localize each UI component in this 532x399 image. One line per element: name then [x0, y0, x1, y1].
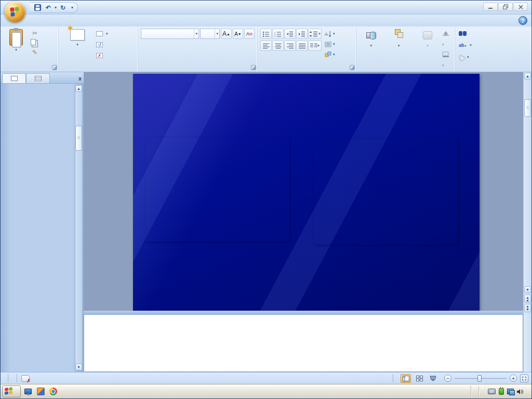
zoom-slider-thumb[interactable]	[477, 375, 482, 382]
replace-button[interactable]: ab₊▾	[458, 41, 473, 50]
align-center-icon[interactable]	[272, 41, 284, 51]
quick-launch	[23, 387, 62, 397]
arrange-button[interactable]: ▾	[384, 29, 413, 49]
find-icon	[459, 30, 467, 37]
save-icon[interactable]	[33, 3, 42, 12]
panel-close-icon[interactable]: x	[78, 75, 82, 82]
select-button[interactable]: ▾	[458, 52, 470, 62]
text-direction-icon[interactable]: A▾	[324, 29, 336, 38]
quick-styles-button[interactable]: ▾	[415, 29, 441, 49]
shapes-button[interactable]: ▾	[359, 29, 383, 49]
slides-panel: x ▲ ▼	[1, 72, 84, 372]
display-tray-icon[interactable]	[488, 389, 496, 394]
office-button[interactable]	[5, 2, 25, 22]
next-slide-icon[interactable]: ▼▼	[524, 304, 531, 312]
spellcheck-icon[interactable]	[21, 375, 30, 382]
slide-canvas[interactable]	[133, 74, 480, 311]
layout-button[interactable]: ▾	[95, 29, 109, 38]
previous-slide-icon[interactable]: ▲▲	[524, 295, 531, 303]
svg-text:A: A	[325, 32, 328, 37]
columns-icon[interactable]: ▾	[308, 41, 322, 51]
notes-splitter[interactable]	[84, 311, 523, 314]
zoom-in-icon[interactable]: +	[510, 375, 517, 382]
paste-button[interactable]: ▾	[3, 29, 29, 53]
bullets-icon[interactable]	[260, 29, 272, 39]
format-painter-icon[interactable]: ✎	[31, 48, 39, 57]
shrink-font-icon[interactable]: A▼	[233, 29, 243, 39]
replace-icon: ab₊	[459, 43, 467, 48]
find-button[interactable]	[458, 29, 469, 38]
align-right-icon[interactable]	[284, 41, 296, 51]
font-launcher-icon[interactable]	[251, 65, 256, 70]
undo-icon[interactable]: ↶	[44, 3, 53, 12]
restore-icon[interactable]	[498, 3, 513, 11]
power-tray-icon[interactable]	[499, 388, 504, 395]
normal-view-icon[interactable]	[401, 374, 411, 383]
outline-tab-icon[interactable]	[26, 73, 50, 83]
network-tray-icon[interactable]	[507, 389, 514, 394]
cut-icon[interactable]: ✂	[31, 29, 39, 37]
smartart-icon[interactable]: ▾	[324, 50, 336, 59]
group-label-font	[138, 63, 257, 72]
group-clipboard: ▾ ✂ ✎	[1, 26, 59, 72]
editor-scroll-up-icon[interactable]: ▲	[524, 73, 531, 79]
minimize-icon[interactable]	[483, 3, 498, 11]
shapes-icon	[366, 29, 376, 42]
slide-sorter-icon[interactable]	[414, 374, 424, 383]
shape-fill-icon[interactable]: ▾	[442, 29, 452, 48]
ribbon-tabs	[1, 15, 531, 26]
align-text-icon[interactable]: ▾	[324, 39, 336, 49]
notes-scrollbar[interactable]	[523, 314, 531, 372]
start-button[interactable]	[2, 385, 21, 397]
copy-icon[interactable]	[31, 39, 36, 45]
clear-formatting-icon[interactable]: A	[244, 29, 255, 39]
align-left-icon[interactable]	[260, 41, 272, 51]
delete-button[interactable]: ✗	[95, 51, 109, 60]
fit-to-window-icon[interactable]	[520, 375, 528, 382]
svg-text:3: 3	[274, 35, 276, 37]
editor-scroll-thumb[interactable]	[524, 99, 531, 117]
close-icon[interactable]	[513, 3, 528, 11]
powerpoint-window: ↶ ▾ ↻ ▾ ? ▾ ✂ ✎	[0, 0, 532, 399]
panel-scroll-down-icon[interactable]: ▼	[75, 364, 82, 370]
notes-pane[interactable]	[84, 314, 523, 372]
slides-tab-icon[interactable]	[2, 73, 26, 83]
paragraph-launcher-icon[interactable]	[350, 65, 355, 70]
title-bar: ↶ ▾ ↻ ▾	[1, 1, 531, 15]
zoom-out-icon[interactable]: −	[444, 375, 451, 382]
new-slide-icon	[70, 29, 85, 41]
justify-icon[interactable]	[296, 41, 308, 51]
grow-font-icon[interactable]: A▲	[221, 29, 232, 39]
select-icon	[458, 54, 466, 61]
new-slide-button[interactable]: ▾	[61, 29, 94, 48]
perimetry-chart-right[interactable]	[314, 139, 458, 245]
show-desktop-icon[interactable]	[23, 387, 33, 397]
zoom-slider[interactable]	[455, 375, 507, 382]
shape-outline-icon[interactable]: ▾	[442, 50, 452, 69]
numbering-icon[interactable]: 123	[272, 29, 284, 39]
increase-indent-icon[interactable]	[296, 29, 308, 39]
editor-scroll-down-icon[interactable]: ▼	[524, 286, 531, 293]
chrome-icon[interactable]	[48, 387, 58, 397]
panel-tabs: x	[1, 72, 84, 84]
help-icon[interactable]: ?	[518, 16, 527, 25]
font-size-combo[interactable]: ▾	[200, 29, 220, 39]
editor-scrollbar[interactable]: ▲ ▼ ▲▲ ▼▼	[523, 72, 531, 314]
line-spacing-icon[interactable]: ▾	[308, 29, 322, 39]
system-tray	[471, 385, 530, 398]
panel-scroll-up-icon[interactable]: ▲	[75, 85, 82, 92]
panel-scrollbar[interactable]: ▲ ▼	[75, 85, 83, 371]
decrease-indent-icon[interactable]	[284, 29, 296, 39]
perimetry-chart-left[interactable]	[145, 137, 289, 242]
reset-button[interactable]: ↺	[95, 40, 109, 49]
group-slides: ▾ ▾ ↺ ✗	[59, 26, 138, 72]
clipboard-launcher-icon[interactable]	[52, 65, 57, 70]
customize-icon[interactable]: ▾	[71, 5, 73, 10]
volume-tray-icon[interactable]	[517, 389, 524, 395]
quick-launch-app-icon[interactable]	[35, 387, 46, 397]
redo-icon[interactable]: ↻	[58, 3, 68, 12]
panel-scroll-thumb[interactable]	[75, 126, 82, 151]
font-name-combo[interactable]: ▾	[141, 29, 199, 39]
slideshow-view-icon[interactable]	[428, 374, 438, 383]
undo-dropdown-icon[interactable]: ▾	[55, 5, 57, 10]
